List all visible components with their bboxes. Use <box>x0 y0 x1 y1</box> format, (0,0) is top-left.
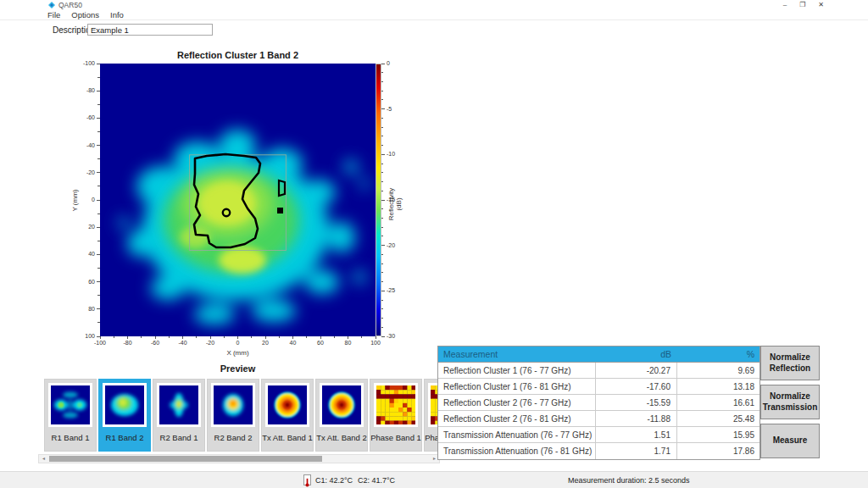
colorbar-tick <box>381 236 383 236</box>
thumb-label: R1 Band 2 <box>99 433 150 442</box>
colorbar-tick <box>381 164 383 164</box>
colorbar-tick <box>381 72 383 73</box>
preview-thumb-tx-att-band-1[interactable]: Tx Att. Band 1 <box>261 379 314 452</box>
measure-button[interactable]: Measure <box>760 424 820 458</box>
x-tick <box>279 336 280 338</box>
colorbar-tick <box>381 300 383 301</box>
x-tick <box>196 336 197 338</box>
preview-thumb-r1-band-1[interactable]: R1 Band 1 <box>44 379 97 452</box>
y-tick-label: 0 <box>71 197 95 203</box>
y-tick-label: -60 <box>71 114 95 121</box>
colorbar-tick <box>381 127 383 128</box>
measurement-duration: Measurement duration: 2.5 seconds <box>568 476 690 485</box>
preview-thumb-r2-band-2[interactable]: R2 Band 2 <box>207 379 259 452</box>
table-row[interactable]: Transmission Attenuation (76 - 77 GHz)1.… <box>438 427 760 443</box>
preview-scrollbar[interactable]: ◄ ► <box>38 454 440 463</box>
cell-pct: 25.48 <box>677 411 760 426</box>
x-tick-label: 80 <box>336 340 361 347</box>
thumb-image <box>374 383 418 427</box>
colorbar-tick <box>381 172 383 173</box>
cell-measurement: Reflection Cluster 1 (76 - 81 GHz) <box>438 379 596 394</box>
table-row[interactable]: Reflection Cluster 1 (76 - 77 GHz)-20.27… <box>438 363 760 379</box>
thumb-image <box>320 383 364 427</box>
menu-options[interactable]: Options <box>71 10 99 19</box>
x-tick <box>265 336 266 339</box>
x-tick <box>114 336 114 338</box>
colorbar-tick <box>381 208 383 209</box>
x-tick <box>306 336 307 338</box>
table-row[interactable]: Reflection Cluster 1 (76 - 81 GHz)-17.60… <box>438 379 760 395</box>
menu-bar: FileOptionsInfo <box>0 10 868 20</box>
cell-pct: 17.86 <box>677 443 760 459</box>
thumb-label: Phase Band 1 <box>370 433 421 442</box>
cell-pct: 9.69 <box>677 363 760 378</box>
x-tick-label: 0 <box>225 340 251 347</box>
x-tick-label: 20 <box>253 340 278 347</box>
x-tick <box>127 336 128 339</box>
colorbar-tick <box>381 263 383 264</box>
cell-db: 1.71 <box>596 443 677 459</box>
cell-measurement: Transmission Attenuation (76 - 81 GHz) <box>438 443 596 459</box>
colorbar-tick <box>381 118 383 119</box>
normalize-transmission-button[interactable]: Normalize Transmission <box>760 385 820 419</box>
restore-button[interactable]: ❐ <box>799 0 805 10</box>
colorbar-tick <box>381 327 383 328</box>
scroll-left-arrow[interactable]: ◄ <box>39 455 48 463</box>
x-tick <box>320 336 321 339</box>
colorbar-tick <box>381 91 383 92</box>
menu-file[interactable]: File <box>47 10 60 19</box>
colorbar-tick <box>381 154 385 155</box>
colorbar-tick <box>381 136 383 136</box>
cell-db: -11.88 <box>596 411 677 426</box>
cell-measurement: Reflection Cluster 1 (76 - 77 GHz) <box>438 363 596 378</box>
preview-thumb-r2-band-1[interactable]: R2 Band 1 <box>153 379 205 452</box>
temperature-c1: C1: 42.2°C <box>315 476 353 485</box>
x-tick <box>251 336 252 338</box>
x-tick-label: -40 <box>170 340 196 347</box>
normalize-reflection-button[interactable]: Normalize Reflection <box>760 346 820 380</box>
colorbar-tick <box>381 272 383 273</box>
colorbar-tick <box>381 227 383 228</box>
preview-title: Preview <box>100 363 376 374</box>
thermometer-icon <box>303 474 311 485</box>
table-row[interactable]: Reflection Cluster 2 (76 - 81 GHz)-11.88… <box>438 411 760 427</box>
x-tick-label: -100 <box>87 340 113 347</box>
table-row[interactable]: Transmission Attenuation (76 - 81 GHz)1.… <box>438 443 760 459</box>
x-tick <box>292 336 293 339</box>
scrollbar-thumb[interactable] <box>49 456 322 462</box>
reflection-heatmap <box>100 64 376 336</box>
y-tick-label: -80 <box>71 87 95 94</box>
preview-thumb-r1-band-2[interactable]: R1 Band 2 <box>98 379 151 452</box>
close-button[interactable]: ✕ <box>818 0 824 10</box>
cell-measurement: Transmission Attenuation (76 - 77 GHz) <box>438 427 596 442</box>
preview-thumb-phase-band-1[interactable]: Phase Band 1 <box>370 379 422 452</box>
colorbar-tick <box>381 318 383 319</box>
table-header-c1: dB <box>596 347 677 362</box>
x-tick <box>169 336 170 338</box>
cell-measurement: Reflection Cluster 2 (76 - 81 GHz) <box>438 411 596 426</box>
colorbar-tick <box>381 200 385 201</box>
table-row[interactable]: Reflection Cluster 2 (76 - 77 GHz)-15.59… <box>438 395 760 411</box>
y-tick-label: -20 <box>71 169 95 176</box>
x-tick <box>210 336 211 339</box>
colorbar-tick-label: -30 <box>387 333 405 340</box>
window-title: QAR50 <box>58 1 82 9</box>
colorbar-tick <box>381 81 383 82</box>
colorbar-tick-label: -20 <box>387 242 405 249</box>
colorbar-tick <box>381 181 383 182</box>
title-bar: QAR50 –❐✕ <box>0 0 868 10</box>
table-header-row: MeasurementdB% <box>438 347 760 363</box>
x-tick-label: 40 <box>281 340 306 347</box>
menu-info[interactable]: Info <box>110 10 124 19</box>
x-tick <box>348 336 348 339</box>
preview-thumb-tx-att-band-2[interactable]: Tx Att. Band 2 <box>315 379 368 452</box>
minimize-button[interactable]: – <box>783 0 787 10</box>
cell-db: -15.59 <box>596 395 677 410</box>
x-tick-label: -80 <box>115 340 141 347</box>
description-input[interactable] <box>87 24 213 36</box>
thumb-label: R1 Band 1 <box>45 433 96 442</box>
x-tick <box>334 336 335 338</box>
thumb-label: R2 Band 2 <box>208 433 259 442</box>
window-controls: –❐✕ <box>783 0 824 10</box>
measurement-table: MeasurementdB%Reflection Cluster 1 (76 -… <box>437 346 760 460</box>
